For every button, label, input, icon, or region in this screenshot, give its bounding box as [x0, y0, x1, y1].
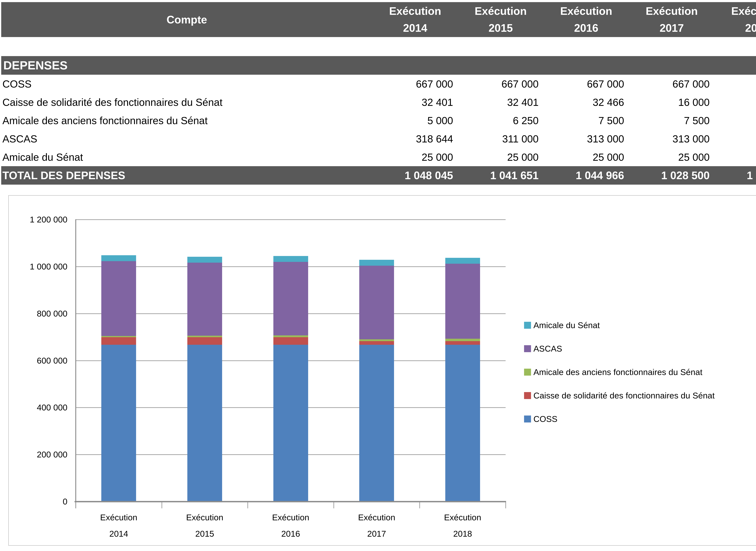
- bar-2015: [187, 257, 222, 502]
- value-cell: 25 000: [458, 151, 544, 163]
- legend-swatch: [524, 322, 531, 329]
- legend-swatch: [524, 392, 531, 399]
- row-label: ASCAS: [1, 133, 372, 145]
- x-axis-label-line2: 2017: [334, 529, 420, 538]
- y-axis-label: 1 200 000: [10, 214, 67, 225]
- chart: 0200 000400 000600 000800 0001 000 0001 …: [8, 195, 756, 546]
- value-cell: 25 000: [629, 151, 715, 163]
- header-year-line2: 2015: [489, 20, 513, 37]
- bar-segment-2016: [273, 262, 308, 336]
- y-axis-label: 200 000: [10, 449, 67, 460]
- value-cell: 5 000: [372, 115, 458, 126]
- total-value-cell: 1 041 651: [458, 169, 544, 181]
- bar-segment-2016: [273, 336, 308, 337]
- bar-segment-2014: [101, 345, 136, 502]
- header-cell-account: Compte: [1, 2, 372, 37]
- x-axis-label: Exécution2017: [334, 513, 420, 538]
- total-value-cell: 1 044 966: [544, 169, 629, 181]
- x-axis-tick: [247, 502, 248, 508]
- legend-label: Caisse de solidarité des fonctionnaires …: [534, 391, 715, 400]
- value-cell: 318 644: [372, 133, 458, 145]
- legend-item: Amicale du Sénat: [524, 320, 600, 330]
- x-axis-label-line1: Exécution: [334, 513, 420, 522]
- row-label: COSS: [1, 78, 372, 90]
- value-cell: 16 000: [629, 96, 715, 108]
- x-axis-label-line2: 2015: [162, 529, 248, 538]
- value-cell: 6 250: [458, 115, 544, 126]
- legend-item: Caisse de solidarité des fonctionnaires …: [524, 391, 715, 400]
- table-row: ASCAS 318 644 311 000 313 000 313 000 31…: [1, 130, 756, 148]
- x-axis-tick: [75, 502, 76, 508]
- x-axis-tick: [161, 502, 162, 508]
- legend-item: COSS: [524, 414, 558, 424]
- value-cell: 667 000: [544, 78, 629, 90]
- header-year-line2: 2018: [745, 20, 756, 37]
- x-axis-label-line1: Exécution: [420, 513, 506, 522]
- total-value-cell: 1 048 045: [372, 169, 458, 181]
- legend-swatch: [524, 345, 531, 352]
- x-axis-tick: [419, 502, 420, 508]
- x-axis-label: Exécution2018: [420, 513, 506, 538]
- total-value-cell: 1 037 000: [714, 169, 756, 181]
- bar-segment-2018: [445, 339, 480, 341]
- x-axis-tick: [505, 502, 506, 508]
- bar-2018: [445, 258, 480, 502]
- value-cell: 667 000: [714, 78, 756, 90]
- bar-segment-2015: [187, 345, 222, 502]
- bar-segment-2018: [445, 345, 480, 502]
- x-axis-label: Exécution2015: [162, 513, 248, 538]
- legend-item: ASCAS: [524, 344, 562, 354]
- bar-segment-2018: [445, 341, 480, 345]
- total-row: TOTAL DES DEPENSES 1 048 045 1 041 651 1…: [1, 166, 756, 185]
- x-axis-label-line1: Exécution: [248, 513, 334, 522]
- bar-segment-2018: [445, 258, 480, 264]
- bar-segment-2015: [187, 262, 222, 336]
- value-cell: 16 000: [714, 96, 756, 108]
- x-axis-label-line2: 2018: [420, 529, 506, 538]
- header-year-line1: Exécution: [475, 3, 527, 20]
- section-header-label: DEPENSES: [3, 58, 68, 72]
- value-cell: 32 466: [544, 96, 629, 108]
- bar-segment-2015: [187, 337, 222, 345]
- header-cell-year: Exécution 2017: [629, 2, 715, 37]
- header-year-line2: 2017: [660, 20, 684, 37]
- x-axis-label: Exécution2016: [248, 513, 334, 538]
- y-axis-label: 600 000: [10, 355, 67, 366]
- x-axis-label-line1: Exécution: [76, 513, 162, 522]
- x-axis-line: [75, 501, 506, 502]
- header-year-line1: Exécution: [560, 3, 612, 20]
- value-cell: 10 000: [714, 115, 756, 126]
- bar-2017: [359, 260, 394, 502]
- x-axis-label-line2: 2014: [76, 529, 162, 538]
- legend-label: ASCAS: [534, 344, 562, 354]
- header-year-line1: Exécution: [646, 3, 698, 20]
- bar-segment-2017: [359, 339, 394, 341]
- value-cell: 25 000: [714, 151, 756, 163]
- y-axis-label: 800 000: [10, 308, 67, 319]
- bar-segment-2014: [101, 255, 136, 261]
- gridline: [76, 219, 506, 220]
- x-axis-label-line1: Exécution: [162, 513, 248, 522]
- table-row: COSS 667 000 667 000 667 000 667 000 667…: [1, 75, 756, 93]
- value-cell: 667 000: [629, 78, 715, 90]
- row-label: Caisse de solidarité des fonctionnaires …: [1, 96, 372, 108]
- bar-segment-2016: [273, 256, 308, 262]
- x-axis-label-line2: 2016: [248, 529, 334, 538]
- bar-segment-2017: [359, 345, 394, 502]
- header-cell-year: Exécution 2015: [458, 2, 544, 37]
- row-label: Amicale des anciens fonctionnaires du Sé…: [1, 115, 372, 126]
- table-row: Amicale du Sénat 25 000 25 000 25 000 25…: [1, 148, 756, 166]
- bar-segment-2015: [187, 257, 222, 262]
- value-cell: 667 000: [458, 78, 544, 90]
- value-cell: 25 000: [372, 151, 458, 163]
- bar-segment-2017: [359, 341, 394, 345]
- value-cell: 311 000: [458, 133, 544, 145]
- value-cell: 32 401: [458, 96, 544, 108]
- section-header-depenses: DEPENSES: [1, 56, 756, 75]
- x-axis-tick: [333, 502, 334, 508]
- y-axis-label: 400 000: [10, 402, 67, 413]
- table-row: Amicale des anciens fonctionnaires du Sé…: [1, 111, 756, 130]
- header-year-line2: 2016: [574, 20, 598, 37]
- table-header-row: Compte Exécution 2014 Exécution 2015 Exé…: [1, 2, 756, 37]
- header-year-line2: 2014: [403, 20, 427, 37]
